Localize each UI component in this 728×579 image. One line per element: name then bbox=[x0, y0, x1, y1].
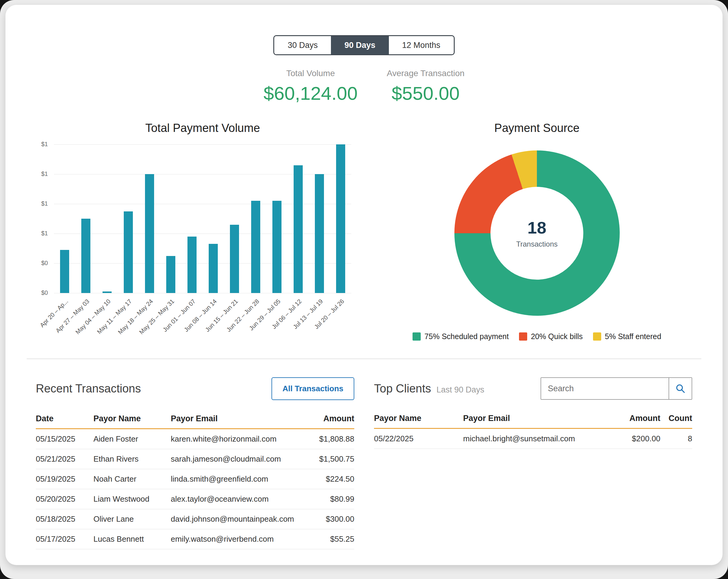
stat-label: Total Volume bbox=[264, 69, 358, 78]
gridline bbox=[54, 144, 351, 145]
donut-chart-title: Payment Source bbox=[351, 122, 723, 135]
table-cell: $224.50 bbox=[313, 469, 354, 489]
gridline bbox=[54, 293, 351, 293]
table-cell: $55.25 bbox=[313, 529, 354, 549]
table-row: 05/22/2025michael.bright@sunsetmail.com$… bbox=[374, 428, 692, 449]
time-filter: 30 Days90 Days12 Months bbox=[273, 35, 454, 55]
bar-plot: $1$1$1$1$0$0Apr 20 – Ap...Apr 27 – May 0… bbox=[54, 144, 351, 293]
table-cell: karen.white@horizonmail.com bbox=[171, 429, 313, 449]
time-filter-12-months[interactable]: 12 Months bbox=[389, 36, 454, 54]
recent-transactions-title: Recent Transactions bbox=[36, 382, 141, 395]
bar bbox=[187, 237, 197, 293]
column-header: Payor Email bbox=[171, 409, 313, 429]
stat-value: $550.00 bbox=[387, 82, 464, 104]
top-clients-header: Top Clients Last 90 Days bbox=[374, 377, 692, 400]
table-cell: 05/15/2025 bbox=[36, 429, 94, 449]
legend-swatch bbox=[519, 333, 527, 341]
bar bbox=[145, 174, 154, 293]
bar bbox=[209, 244, 218, 293]
table-row: 05/18/2025Oliver Lanedavid.johnson@mount… bbox=[36, 509, 354, 529]
stat: Average Transaction$550.00 bbox=[387, 69, 464, 104]
stat: Total Volume$60,124.00 bbox=[264, 69, 358, 104]
table-cell: sarah.jameson@cloudmail.com bbox=[171, 449, 313, 469]
table-header-row: DatePayor NamePayor EmailAmount bbox=[36, 409, 354, 429]
legend-swatch bbox=[593, 333, 601, 341]
bar bbox=[124, 211, 133, 293]
bar bbox=[315, 174, 324, 293]
time-filter-wrap: 30 Days90 Days12 Months bbox=[5, 35, 723, 55]
column-header: Amount bbox=[313, 409, 354, 429]
legend-label: 75% Scheduled payment bbox=[424, 332, 509, 341]
y-axis-label: $1 bbox=[25, 230, 48, 237]
table-cell: 05/19/2025 bbox=[36, 469, 94, 489]
gridline bbox=[54, 234, 351, 234]
table-cell: emily.watson@riverbend.com bbox=[171, 529, 313, 549]
legend-item: 20% Quick bills bbox=[519, 332, 583, 341]
recent-transactions-table: DatePayor NamePayor EmailAmount 05/15/20… bbox=[36, 409, 354, 549]
bottom-row: Recent Transactions All Transactions Dat… bbox=[5, 359, 723, 549]
table-cell: 8 bbox=[660, 428, 692, 449]
column-header: Payor Email bbox=[463, 408, 594, 428]
top-clients-table: Payor NamePayor EmailAmountCount 05/22/2… bbox=[374, 408, 692, 449]
top-clients-title: Top Clients bbox=[374, 382, 431, 395]
table-cell: $300.00 bbox=[313, 509, 354, 529]
y-axis-label: $0 bbox=[25, 289, 48, 296]
gridline bbox=[54, 263, 351, 264]
gridline bbox=[54, 204, 351, 204]
bar bbox=[103, 291, 112, 293]
table-cell: 05/20/2025 bbox=[36, 489, 94, 509]
top-clients-title-group: Top Clients Last 90 Days bbox=[374, 382, 485, 395]
table-row: 05/20/2025Liam Westwoodalex.taylor@ocean… bbox=[36, 489, 354, 509]
top-clients-subtitle: Last 90 Days bbox=[437, 385, 485, 395]
time-filter-90-days[interactable]: 90 Days bbox=[331, 36, 389, 54]
bar bbox=[251, 201, 260, 293]
stat-label: Average Transaction bbox=[387, 69, 464, 78]
legend-label: 20% Quick bills bbox=[531, 332, 583, 341]
bar bbox=[230, 225, 239, 293]
table-cell: 05/21/2025 bbox=[36, 449, 94, 469]
donut-legend: 75% Scheduled payment20% Quick bills5% S… bbox=[351, 332, 723, 341]
donut-center: 18 Transactions bbox=[491, 187, 583, 280]
table-cell: 05/18/2025 bbox=[36, 509, 94, 529]
table-header-row: Payor NamePayor EmailAmountCount bbox=[374, 408, 692, 428]
table-cell: linda.smith@greenfield.com bbox=[171, 469, 313, 489]
search-button[interactable] bbox=[669, 378, 692, 399]
table-cell: Liam Westwood bbox=[94, 489, 171, 509]
table-cell: 05/22/2025 bbox=[374, 428, 463, 449]
y-axis-label: $1 bbox=[25, 170, 48, 178]
recent-transactions-section: Recent Transactions All Transactions Dat… bbox=[36, 377, 354, 549]
stat-value: $60,124.00 bbox=[264, 82, 358, 104]
search-input[interactable] bbox=[541, 378, 669, 399]
transaction-count: 18 bbox=[527, 218, 546, 237]
donut-wrap: 18 Transactions bbox=[351, 151, 723, 316]
legend-swatch bbox=[413, 333, 421, 341]
table-cell: 05/17/2025 bbox=[36, 529, 94, 549]
table-row: 05/15/2025Aiden Fosterkaren.white@horizo… bbox=[36, 429, 354, 449]
bar bbox=[60, 250, 69, 293]
stats-row: Total Volume$60,124.00Average Transactio… bbox=[5, 69, 723, 104]
bar-chart-section: Total Payment Volume $1$1$1$1$0$0Apr 20 … bbox=[5, 122, 351, 341]
bar bbox=[294, 165, 303, 293]
legend-item: 75% Scheduled payment bbox=[413, 332, 509, 341]
table-cell: $200.00 bbox=[594, 428, 660, 449]
table-cell: Aiden Foster bbox=[94, 429, 171, 449]
column-header: Amount bbox=[594, 408, 660, 428]
table-cell: $1,500.75 bbox=[313, 449, 354, 469]
table-cell: Noah Carter bbox=[94, 469, 171, 489]
charts-row: Total Payment Volume $1$1$1$1$0$0Apr 20 … bbox=[5, 122, 723, 341]
all-transactions-button[interactable]: All Transactions bbox=[271, 377, 354, 400]
donut-ring: 18 Transactions bbox=[454, 151, 620, 316]
bar bbox=[272, 201, 282, 293]
table-cell: Lucas Bennett bbox=[94, 529, 171, 549]
table-cell: Oliver Lane bbox=[94, 509, 171, 529]
time-filter-30-days[interactable]: 30 Days bbox=[274, 36, 331, 54]
donut-chart-section: Payment Source 18 Transactions 75% Sched… bbox=[351, 122, 723, 341]
recent-transactions-header: Recent Transactions All Transactions bbox=[36, 377, 354, 400]
column-header: Count bbox=[660, 408, 692, 428]
column-header: Date bbox=[36, 409, 94, 429]
table-row: 05/21/2025Ethan Riverssarah.jameson@clou… bbox=[36, 449, 354, 469]
bar bbox=[81, 219, 90, 293]
table-cell: david.johnson@mountainpeak.com bbox=[171, 509, 313, 529]
table-cell: michael.bright@sunsetmail.com bbox=[463, 428, 594, 449]
table-row: 05/19/2025Noah Carterlinda.smith@greenfi… bbox=[36, 469, 354, 489]
